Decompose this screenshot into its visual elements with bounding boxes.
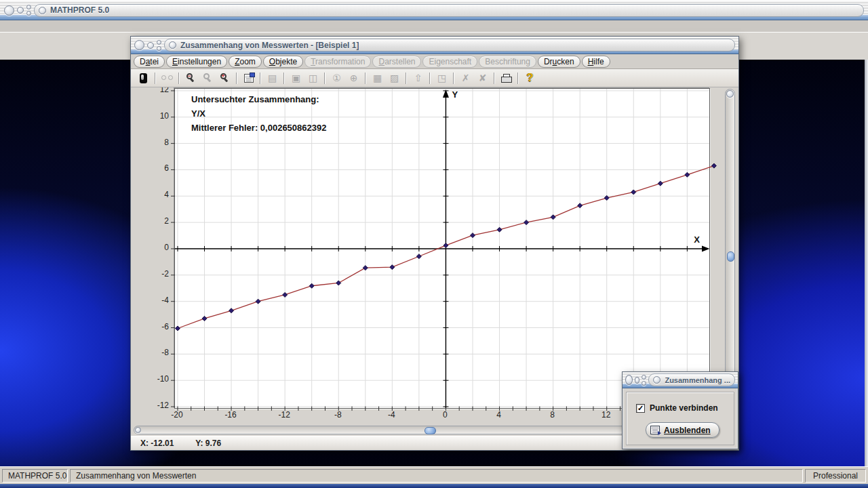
- menu-zoom[interactable]: Zoom: [229, 56, 262, 68]
- hscroll-left-knob[interactable]: [135, 427, 141, 433]
- toolbar-separator: [260, 73, 261, 84]
- menu-drucken[interactable]: Drucken: [538, 56, 580, 68]
- cursor-y-readout: Y: 9.76: [195, 439, 221, 448]
- statusbar-edition: Professional: [805, 469, 866, 483]
- titlebar-knob-tiny-bottom[interactable]: [26, 11, 31, 16]
- dialog-system-knob[interactable]: [653, 376, 660, 384]
- menu-datei[interactable]: Datei: [134, 56, 165, 68]
- y-tick-label: -4: [144, 296, 169, 305]
- child-knob-tiny-top[interactable]: [157, 40, 161, 45]
- toolbar-separator: [178, 73, 180, 84]
- child-system-knob[interactable]: [169, 41, 176, 49]
- system-menu-knob[interactable]: [39, 7, 46, 14]
- dialog-title: Zusammenhang ...: [665, 376, 730, 384]
- exit-icon[interactable]: [135, 71, 152, 85]
- toolbar-separator: [453, 73, 454, 84]
- toolbar: −+▤▣◫①⊕▦▨⇧◳✗✘?: [131, 69, 738, 87]
- screen: MATHPROF 5.0 MATHPROF 5.0 Zusammenhang v…: [0, 0, 868, 488]
- y-tick-label: -6: [144, 322, 169, 331]
- app-statusbar: MATHPROF 5.0 Zusammenhang von Messwerten…: [0, 466, 868, 484]
- menubar: DateiEinstellungenZoomObjekteTransformat…: [131, 54, 738, 69]
- y-tick-label: 10: [144, 111, 169, 121]
- child-knob-tiny-bottom[interactable]: [157, 46, 161, 51]
- help-icon[interactable]: ?: [521, 71, 538, 85]
- menu-beschriftung: Beschriftung: [479, 56, 536, 68]
- plot-canvas[interactable]: YXUntersuchter Zusammenhang:Y/XMittlerer…: [175, 89, 709, 408]
- child-knob-small[interactable]: [147, 42, 154, 49]
- toolbar-separator: [283, 73, 285, 84]
- properties-icon[interactable]: [240, 71, 257, 85]
- ausblenden-button[interactable]: Ausblenden: [646, 422, 719, 438]
- dialog-titlebar[interactable]: Zusammenhang ...: [623, 372, 738, 388]
- menu-einstellungen[interactable]: Einstellungen: [166, 56, 227, 68]
- toolbar-separator: [429, 73, 431, 84]
- svg-text:Y/X: Y/X: [191, 108, 205, 119]
- dialog-title-pill: Zusammenhang ...: [648, 373, 735, 386]
- dialog-knob-small[interactable]: [635, 377, 640, 384]
- export-icon: ⇧: [410, 71, 427, 85]
- toolbar-separator: [365, 73, 366, 84]
- dual-frame-icon: ◫: [304, 71, 321, 85]
- zoom-in-icon[interactable]: +: [216, 71, 233, 85]
- target-icon: ⊕: [345, 71, 362, 85]
- x-tick-label: 0: [433, 410, 456, 420]
- vscroll-thumb[interactable]: [727, 251, 734, 262]
- toolbar-separator: [324, 73, 326, 84]
- plot-area[interactable]: YXUntersuchter Zusammenhang:Y/XMittlerer…: [174, 88, 710, 409]
- x-tick-label: -12: [273, 410, 296, 420]
- frame-icon: ▣: [288, 71, 304, 85]
- child-knob-large[interactable]: [134, 40, 144, 50]
- menu-hilfe[interactable]: Hilfe: [582, 56, 610, 68]
- menu-transformation: Transformation: [304, 56, 371, 68]
- x-tick-label: -4: [380, 410, 403, 420]
- titlebar-knob-large[interactable]: [4, 5, 14, 16]
- titlebar-knob-small[interactable]: [17, 7, 24, 14]
- toolbar-separator: [406, 73, 407, 84]
- app-title: MATHPROF 5.0: [50, 5, 109, 15]
- main-title-pill: MATHPROF 5.0: [34, 4, 864, 17]
- window-bottom-border: [0, 484, 868, 488]
- dialog-knob-tiny-top[interactable]: [642, 375, 646, 380]
- toolbar-separator: [494, 73, 495, 84]
- toolbar-separator: [155, 73, 156, 84]
- y-tick-label: 12: [144, 87, 169, 94]
- menu-objekte[interactable]: Objekte: [263, 56, 303, 68]
- toolbar-separator: [517, 73, 519, 84]
- svg-text:X: X: [694, 235, 700, 245]
- vscroll-top-knob[interactable]: [726, 90, 734, 98]
- zoom-out-icon[interactable]: −: [182, 71, 199, 85]
- checkmark-icon: ✓: [637, 405, 644, 412]
- statusbar-document: Zusammenhang von Messwerten: [70, 469, 803, 483]
- x-tick-label: -16: [219, 410, 242, 420]
- chart-window-titlebar[interactable]: Zusammenhang von Messwerten - [Beispiel …: [131, 37, 738, 54]
- x-tick-label: -8: [326, 410, 349, 420]
- dialog-knob-tiny-bottom[interactable]: [642, 381, 646, 386]
- menu-darstellen: Darstellen: [372, 56, 421, 68]
- child-title-pill: Zusammenhang von Messwerten - [Beispiel …: [164, 39, 735, 52]
- hide-window-icon: [650, 426, 660, 434]
- x-tick-label: 12: [595, 410, 618, 420]
- table-image-icon: ▨: [386, 71, 403, 85]
- y-tick-label: -10: [144, 374, 169, 384]
- window-right-border: [865, 60, 868, 466]
- svg-text:Mittlerer Fehler: 0,0026508623: Mittlerer Fehler: 0,002650862392: [191, 123, 326, 133]
- punkte-verbinden-checkbox[interactable]: ✓ Punkte verbinden: [636, 403, 718, 413]
- cursor-x-readout: X: -12.01: [140, 439, 174, 448]
- view-glasses-icon: [159, 71, 176, 85]
- dialog-knob-large[interactable]: [625, 375, 633, 385]
- checkbox-box[interactable]: ✓: [636, 404, 645, 413]
- zusammenhang-dialog: Zusammenhang ... ✓ Punkte verbinden Ausb…: [622, 371, 738, 449]
- main-titlebar: MATHPROF 5.0: [0, 0, 868, 20]
- panel-icon: ▤: [264, 71, 281, 85]
- menu-eigenschaft: Eigenschaft: [422, 56, 477, 68]
- ausblenden-label: Ausblenden: [664, 426, 711, 435]
- zoom-reset-icon: [199, 71, 216, 85]
- titlebar-knob-tiny-top[interactable]: [26, 5, 31, 9]
- print-icon[interactable]: [498, 71, 515, 85]
- y-tick-label: 6: [144, 163, 169, 173]
- hscroll-thumb[interactable]: [425, 427, 436, 434]
- y-tick-label: -8: [144, 348, 169, 357]
- y-tick-label: 0: [144, 243, 169, 252]
- y-tick-label: 4: [144, 190, 169, 199]
- clear-icon: ✗: [457, 71, 474, 85]
